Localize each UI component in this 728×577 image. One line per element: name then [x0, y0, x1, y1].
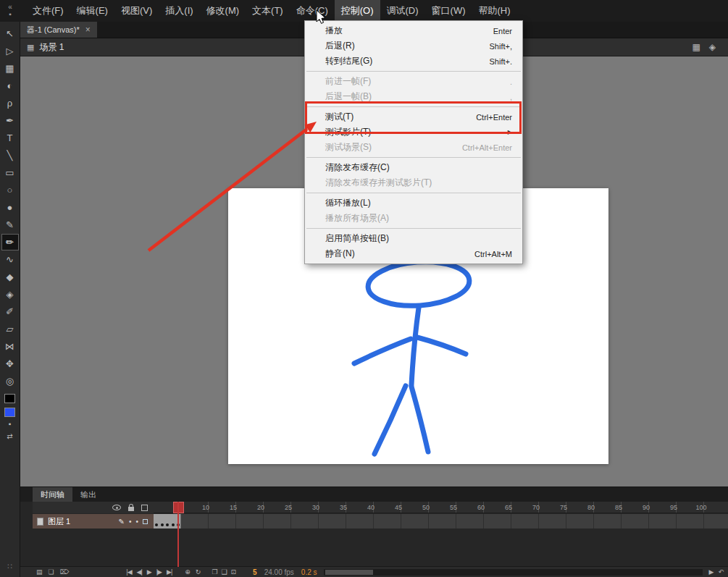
hand-tool-button[interactable]: ✥ — [1, 355, 19, 372]
keyframe-dot — [166, 523, 169, 526]
menu-item-enable-simple-buttons[interactable]: 启用简单按钮(B) — [305, 231, 522, 246]
menu-item-test[interactable]: 测试(T) Ctrl+Enter — [305, 109, 522, 125]
layer-name[interactable]: 图层 1 — [48, 516, 114, 527]
ink-bottle-tool-button[interactable]: ◈ — [1, 286, 19, 303]
menu-item-mute[interactable]: 静音(N) Ctrl+Alt+M — [305, 246, 522, 261]
subselection-tool-button[interactable]: ▷ — [1, 43, 19, 59]
menu-item-rewind[interactable]: 后退(R) Shift+, — [305, 38, 522, 54]
pen-tool-button[interactable]: ✒ — [1, 112, 19, 129]
new-layer-button[interactable]: ▤ — [36, 568, 42, 576]
lock-column-icon[interactable] — [128, 507, 134, 511]
stroke-color-swatch[interactable] — [4, 394, 15, 403]
ruler-frame-number: 65 — [505, 504, 512, 511]
edit-multiple-frames-button[interactable]: ⊡ — [231, 568, 236, 576]
menu-item-loop-playback[interactable]: 循环播放(L) — [305, 195, 522, 211]
show-hide-column-icon[interactable] — [112, 505, 121, 510]
new-folder-button[interactable]: ❏ — [49, 568, 54, 576]
menu-item-clear-publish-cache[interactable]: 清除发布缓存(C) — [305, 160, 522, 175]
rectangle-tool-button[interactable]: ▭ — [1, 164, 19, 181]
line-tool-button[interactable]: ╲ — [1, 147, 19, 164]
3d-rotation-tool-button[interactable]: ◐ — [1, 77, 19, 94]
playhead-line[interactable] — [177, 502, 179, 567]
frame-ruler[interactable]: 5 10 15 20 25 30 35 40 45 50 55 60 65 70… — [154, 502, 728, 513]
onion-skin-button[interactable]: ❐ — [212, 568, 217, 576]
loop-playback-button[interactable]: ↻ — [196, 568, 201, 576]
layer-type-icon — [37, 518, 43, 526]
menu-modify[interactable]: 修改(M) — [200, 0, 246, 22]
ruler-frame-number: 25 — [285, 504, 292, 511]
timeline-scrollbar[interactable] — [324, 569, 703, 576]
close-tab-icon[interactable]: × — [85, 25, 91, 35]
zoom-tool-button[interactable]: ◎ — [1, 373, 19, 389]
menu-item-label: 测试影片(T) — [325, 126, 371, 138]
menu-debug[interactable]: 调试(D) — [380, 0, 425, 22]
panel-collapse-corner[interactable]: « ▪ — [0, 0, 20, 22]
outline-column-icon[interactable] — [141, 505, 148, 511]
menu-edit[interactable]: 编辑(E) — [70, 0, 114, 22]
menu-text[interactable]: 文本(T) — [246, 0, 290, 22]
menu-separator — [306, 193, 521, 193]
menu-control[interactable]: 控制(O) — [335, 0, 380, 22]
menu-item-go-to-end[interactable]: 转到结尾(G) Shift+. — [305, 54, 522, 69]
ruler-frame-number: 45 — [395, 504, 402, 511]
menu-item-label: 后退(R) — [325, 40, 355, 52]
menu-item-step-forward: 前进一帧(F) . — [305, 74, 522, 89]
selection-tool-button[interactable]: ↖ — [1, 25, 19, 42]
panel-back-button[interactable]: ↶ — [718, 568, 723, 576]
delete-layer-button[interactable]: ⌦ — [60, 568, 69, 576]
onion-skin-outlines-button[interactable]: ❑ — [221, 568, 226, 576]
swap-colors-button[interactable]: ⇄ — [1, 430, 19, 442]
bone-tool-button[interactable]: ∿ — [1, 251, 19, 268]
menu-help[interactable]: 帮助(H) — [472, 0, 517, 22]
timeline-scrollbar-thumb[interactable] — [325, 570, 373, 575]
text-tool-button[interactable]: T — [1, 130, 19, 146]
edit-scene-button[interactable]: ▦ — [692, 42, 700, 52]
frames-area[interactable] — [154, 514, 728, 528]
menu-insert[interactable]: 插入(I) — [159, 0, 199, 22]
menu-item-test-movie[interactable]: 测试影片(T) ▶ — [305, 125, 522, 140]
frame-rate-indicator[interactable]: 24.00 fps — [264, 568, 294, 576]
keyframe-dot — [155, 523, 158, 526]
panel-forward-button[interactable]: ▶ — [709, 568, 714, 576]
menu-separator — [306, 71, 521, 72]
menu-item-label: 测试(T) — [325, 111, 353, 123]
brush-tool-button[interactable]: ✏ — [1, 234, 19, 250]
go-to-first-frame-button[interactable]: |◀ — [126, 568, 131, 576]
scene-label[interactable]: 场景 1 — [39, 41, 64, 54]
paint-bucket-tool-button[interactable]: ◆ — [1, 269, 19, 285]
menu-item-play-all-scenes: 播放所有场景(A) — [305, 211, 522, 226]
eraser-tool-button[interactable]: ▱ — [1, 321, 19, 337]
step-forward-button[interactable]: |▶ — [156, 568, 162, 576]
tab-timeline[interactable]: 时间轴 — [33, 487, 72, 502]
layer-outline-color-box[interactable] — [143, 519, 148, 524]
center-frame-button[interactable]: ⊕ — [185, 568, 190, 576]
menu-item-play[interactable]: 播放 Enter — [305, 23, 522, 38]
layer-lock-dot-icon[interactable]: • — [135, 518, 138, 526]
play-button[interactable]: ▶ — [147, 568, 151, 576]
width-tool-button[interactable]: ⋈ — [1, 338, 19, 355]
menu-window[interactable]: 窗口(W) — [425, 0, 472, 22]
eyedropper-tool-button[interactable]: ✐ — [1, 303, 19, 320]
document-tab[interactable]: 器-1 (Canvas)* × — [20, 22, 97, 38]
lasso-tool-button[interactable]: ρ — [1, 95, 19, 111]
keyframe-dot — [161, 523, 164, 526]
default-colors-button[interactable]: ▪ — [1, 418, 19, 429]
layer-visibility-dot-icon[interactable]: • — [129, 518, 132, 526]
menu-command[interactable]: 命令(C) — [290, 0, 335, 22]
oval-primitive-tool-button[interactable]: ● — [1, 199, 19, 216]
go-to-last-frame-button[interactable]: ▶| — [167, 568, 172, 576]
ruler-frame-number: 95 — [670, 504, 677, 511]
free-transform-tool-button[interactable]: ▦ — [1, 60, 19, 77]
menu-view[interactable]: 视图(V) — [114, 0, 159, 22]
step-back-button[interactable]: ◀| — [137, 568, 142, 576]
fill-color-swatch[interactable] — [4, 408, 15, 417]
tab-output[interactable]: 输出 — [72, 487, 104, 502]
control-dropdown-menu: 播放 Enter 后退(R) Shift+, 转到结尾(G) Shift+. 前… — [304, 20, 523, 264]
ruler-frame-number: 60 — [477, 504, 485, 511]
oval-tool-button[interactable]: ○ — [1, 182, 19, 198]
menu-item-label: 清除发布缓存并测试影片(T) — [325, 177, 432, 189]
pencil-tool-button[interactable]: ✎ — [1, 216, 19, 233]
edit-symbol-button[interactable]: ◈ — [709, 42, 716, 52]
layer-row[interactable]: 图层 1 ✎ • • — [33, 514, 154, 528]
menu-file[interactable]: 文件(F) — [26, 0, 70, 22]
